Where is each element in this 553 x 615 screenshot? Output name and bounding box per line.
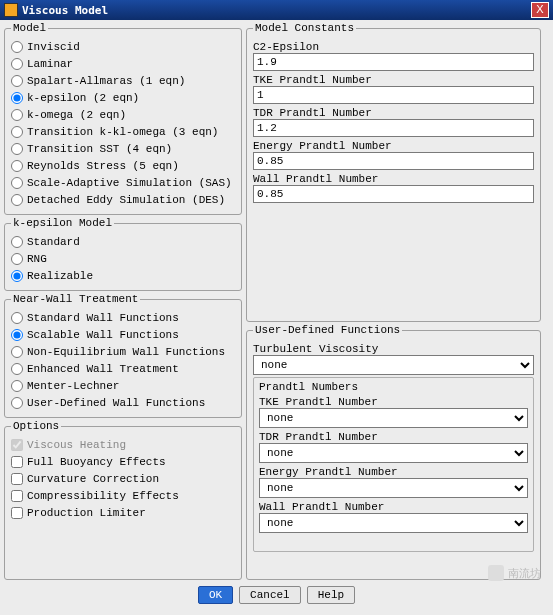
watermark: 南流坊: [488, 565, 541, 581]
keps-radio[interactable]: [11, 236, 23, 248]
model-option[interactable]: Detached Eddy Simulation (DES): [11, 191, 235, 208]
model-option[interactable]: Inviscid: [11, 38, 235, 55]
options-legend: Options: [11, 420, 61, 432]
option-checkbox: [11, 439, 23, 451]
option-item[interactable]: Production Limiter: [11, 504, 235, 521]
nearwall-option[interactable]: Non-Equilibrium Wall Functions: [11, 343, 235, 360]
keps-legend: k-epsilon Model: [11, 217, 114, 229]
nearwall-radio[interactable]: [11, 363, 23, 375]
near-wall-legend: Near-Wall Treatment: [11, 293, 140, 305]
model-option[interactable]: k-epsilon (2 eqn): [11, 89, 235, 106]
model-radio[interactable]: [11, 160, 23, 172]
nearwall-radio[interactable]: [11, 397, 23, 409]
keps-option[interactable]: Standard: [11, 233, 235, 250]
constant-input[interactable]: [253, 152, 534, 170]
help-button[interactable]: Help: [307, 586, 355, 604]
constant-input[interactable]: [253, 86, 534, 104]
prandtl-subgroup: Prandtl Numbers TKE Prandtl NumbernoneTD…: [253, 377, 534, 552]
model-option[interactable]: Transition k-kl-omega (3 eqn): [11, 123, 235, 140]
constant-input[interactable]: [253, 185, 534, 203]
model-option[interactable]: Scale-Adaptive Simulation (SAS): [11, 174, 235, 191]
option-checkbox[interactable]: [11, 456, 23, 468]
model-radio[interactable]: [11, 92, 23, 104]
watermark-icon: [488, 565, 504, 581]
option-item[interactable]: Compressibility Effects: [11, 487, 235, 504]
nearwall-label: Standard Wall Functions: [27, 312, 179, 324]
prandtl-select[interactable]: none: [259, 408, 528, 428]
option-item: Viscous Heating: [11, 436, 235, 453]
model-option[interactable]: Reynolds Stress (5 eqn): [11, 157, 235, 174]
near-wall-group: Near-Wall Treatment Standard Wall Functi…: [4, 293, 242, 418]
model-radio[interactable]: [11, 41, 23, 53]
model-option[interactable]: Laminar: [11, 55, 235, 72]
model-radio[interactable]: [11, 58, 23, 70]
model-label: Reynolds Stress (5 eqn): [27, 160, 179, 172]
nearwall-option[interactable]: Menter-Lechner: [11, 377, 235, 394]
model-radio[interactable]: [11, 177, 23, 189]
model-radio[interactable]: [11, 194, 23, 206]
option-label: Compressibility Effects: [27, 490, 179, 502]
model-radio[interactable]: [11, 75, 23, 87]
model-label: Detached Eddy Simulation (DES): [27, 194, 225, 206]
model-option[interactable]: Spalart-Allmaras (1 eqn): [11, 72, 235, 89]
keps-model-group: k-epsilon Model StandardRNGRealizable: [4, 217, 242, 291]
app-icon: [4, 3, 18, 17]
constant-label: TDR Prandtl Number: [253, 107, 534, 119]
options-group: Options Viscous HeatingFull Buoyancy Eff…: [4, 420, 242, 580]
model-radio[interactable]: [11, 126, 23, 138]
model-option[interactable]: k-omega (2 eqn): [11, 106, 235, 123]
close-button[interactable]: X: [531, 2, 549, 18]
option-label: Viscous Heating: [27, 439, 126, 451]
window-title: Viscous Model: [22, 4, 531, 17]
constant-input[interactable]: [253, 119, 534, 137]
prandtl-select[interactable]: none: [259, 513, 528, 533]
udf-group: User-Defined Functions Turbulent Viscosi…: [246, 324, 541, 580]
turb-visc-select[interactable]: none: [253, 355, 534, 375]
nearwall-radio[interactable]: [11, 380, 23, 392]
keps-option[interactable]: Realizable: [11, 267, 235, 284]
model-label: k-omega (2 eqn): [27, 109, 126, 121]
watermark-text: 南流坊: [508, 566, 541, 581]
nearwall-label: Non-Equilibrium Wall Functions: [27, 346, 225, 358]
nearwall-radio[interactable]: [11, 312, 23, 324]
nearwall-option[interactable]: Standard Wall Functions: [11, 309, 235, 326]
keps-radio[interactable]: [11, 270, 23, 282]
dialog-body: Model InviscidLaminarSpalart-Allmaras (1…: [0, 20, 553, 580]
nearwall-label: User-Defined Wall Functions: [27, 397, 205, 409]
option-label: Full Buoyancy Effects: [27, 456, 166, 468]
constants-group: Model Constants C2-EpsilonTKE Prandtl Nu…: [246, 22, 541, 322]
turb-visc-label: Turbulent Viscosity: [253, 343, 534, 355]
udf-legend: User-Defined Functions: [253, 324, 402, 336]
option-checkbox[interactable]: [11, 473, 23, 485]
ok-button[interactable]: OK: [198, 586, 233, 604]
nearwall-radio[interactable]: [11, 346, 23, 358]
model-legend: Model: [11, 22, 48, 34]
option-checkbox[interactable]: [11, 507, 23, 519]
nearwall-radio[interactable]: [11, 329, 23, 341]
option-item[interactable]: Curvature Correction: [11, 470, 235, 487]
keps-option[interactable]: RNG: [11, 250, 235, 267]
prandtl-label: TDR Prandtl Number: [259, 431, 528, 443]
prandtl-select[interactable]: none: [259, 443, 528, 463]
model-label: Transition k-kl-omega (3 eqn): [27, 126, 218, 138]
cancel-button[interactable]: Cancel: [239, 586, 301, 604]
keps-label: RNG: [27, 253, 47, 265]
nearwall-label: Enhanced Wall Treatment: [27, 363, 179, 375]
nearwall-label: Menter-Lechner: [27, 380, 119, 392]
model-radio[interactable]: [11, 143, 23, 155]
constant-input[interactable]: [253, 53, 534, 71]
option-checkbox[interactable]: [11, 490, 23, 502]
option-item[interactable]: Full Buoyancy Effects: [11, 453, 235, 470]
nearwall-option[interactable]: Scalable Wall Functions: [11, 326, 235, 343]
nearwall-option[interactable]: Enhanced Wall Treatment: [11, 360, 235, 377]
prandtl-legend: Prandtl Numbers: [259, 381, 528, 393]
keps-radio[interactable]: [11, 253, 23, 265]
keps-label: Realizable: [27, 270, 93, 282]
model-radio[interactable]: [11, 109, 23, 121]
constants-legend: Model Constants: [253, 22, 356, 34]
nearwall-option[interactable]: User-Defined Wall Functions: [11, 394, 235, 411]
prandtl-select[interactable]: none: [259, 478, 528, 498]
model-group: Model InviscidLaminarSpalart-Allmaras (1…: [4, 22, 242, 215]
model-option[interactable]: Transition SST (4 eqn): [11, 140, 235, 157]
nearwall-label: Scalable Wall Functions: [27, 329, 179, 341]
